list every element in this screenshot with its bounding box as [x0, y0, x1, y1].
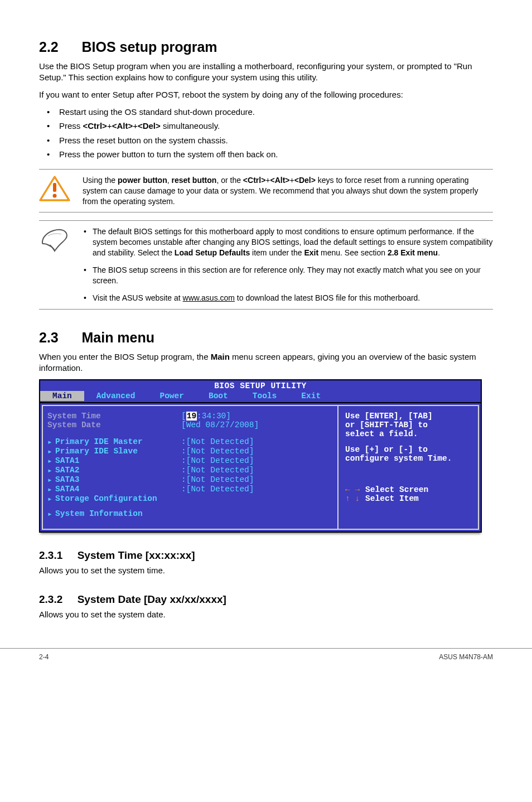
text: Using the	[83, 176, 118, 185]
list-item: Press <Ctrl>+<Alt>+<Del> simultaneously.	[39, 120, 493, 133]
product-name: ASUS M4N78-AM	[439, 653, 493, 661]
text: <Ctrl>	[243, 176, 265, 185]
system-time-label: System Time	[47, 412, 181, 421]
text: +	[107, 121, 112, 131]
section-title: BIOS setup program	[81, 39, 217, 55]
tab-advanced: Advanced	[84, 391, 148, 401]
subsection-number: 2.3.2	[39, 593, 62, 605]
text: Select Item	[365, 494, 419, 503]
sata2-label: SATA2	[55, 466, 181, 475]
subsection-number: 2.3.1	[39, 549, 62, 561]
section-number: 2.2	[39, 39, 59, 55]
tab-boot: Boot	[196, 391, 240, 401]
system-date-value: [Wed 08/27/2008]	[181, 421, 259, 429]
storage-config-label: Storage Configuration	[55, 494, 181, 504]
subsection-heading: 2.3.1 System Time [xx:xx:xx]	[39, 549, 493, 562]
section-number: 2.3	[39, 330, 59, 345]
section-title: Main menu	[81, 330, 154, 345]
sata1-label: SATA1	[55, 456, 181, 466]
text: to download the latest BIOS file for thi…	[235, 293, 420, 302]
text: +	[265, 176, 270, 185]
text: .	[438, 248, 440, 257]
bios-main-panel: System Time [19:34:30] System Date [Wed …	[42, 405, 338, 530]
submenu-arrow-icon: ▸	[47, 466, 55, 475]
sata4-label: SATA4	[55, 485, 181, 494]
paragraph: Allows you to set the system time.	[39, 565, 493, 576]
ide-master-value: :[Not Detected]	[181, 437, 254, 447]
text: simultaneously.	[161, 121, 220, 131]
text: 2.8 Exit menu	[388, 248, 438, 257]
list-item: The BIOS setup screens in this section a…	[83, 265, 493, 286]
help-text: Use [+] or [-] to	[345, 445, 472, 454]
paragraph: Allows you to set the system date.	[39, 609, 493, 620]
text: +	[133, 121, 138, 131]
text: When you enter the BIOS Setup program, t…	[39, 352, 211, 361]
warning-text: Using the power button, reset button, or…	[83, 170, 493, 212]
bios-screenshot: BIOS SETUP UTILITY Main Advanced Power B…	[39, 379, 482, 533]
list-item: Restart using the OS standard shut-down …	[39, 106, 493, 119]
section-heading: 2.2 BIOS setup program	[39, 39, 493, 55]
submenu-arrow-icon: ▸	[47, 475, 55, 485]
submenu-arrow-icon: ▸	[47, 485, 55, 494]
help-text: select a field.	[345, 429, 472, 438]
submenu-arrow-icon: ▸	[47, 494, 55, 504]
text: :34:30]	[197, 412, 231, 421]
text: [	[181, 412, 186, 421]
arrow-lr-icon: ← →	[345, 485, 360, 494]
sata2-value: :[Not Detected]	[181, 466, 254, 475]
ide-master-label: Primary IDE Master	[55, 437, 181, 447]
paragraph: If you want to enter Setup after POST, r…	[39, 89, 493, 100]
note-callout: The default BIOS settings for this mothe…	[39, 220, 493, 309]
sata3-label: SATA3	[55, 475, 181, 485]
bios-tabs: Main Advanced Power Boot Tools Exit	[40, 391, 481, 402]
bios-title: BIOS SETUP UTILITY	[40, 380, 481, 391]
text: Exit	[304, 248, 318, 257]
svg-rect-2	[53, 183, 56, 192]
help-text: configure system Time.	[345, 454, 472, 463]
submenu-arrow-icon: ▸	[47, 509, 55, 519]
tab-main: Main	[40, 391, 84, 401]
submenu-arrow-icon: ▸	[47, 447, 55, 456]
submenu-arrow-icon: ▸	[47, 456, 55, 466]
svg-point-3	[53, 194, 57, 197]
subsection-title: System Date [Day xx/xx/xxxx]	[78, 593, 226, 605]
paragraph: When you enter the BIOS Setup program, t…	[39, 351, 493, 374]
text: , or the	[216, 176, 243, 185]
bios-help-panel: Use [ENTER], [TAB] or [SHIFT-TAB] to sel…	[338, 405, 479, 530]
warning-callout: Using the power button, reset button, or…	[39, 169, 493, 213]
arrow-ud-icon: ↑ ↓	[345, 494, 360, 503]
system-info-label: System Information	[55, 509, 181, 519]
sata3-value: :[Not Detected]	[181, 475, 254, 485]
note-icon	[39, 221, 83, 259]
tab-exit: Exit	[289, 391, 333, 401]
system-time-value: [19:34:30]	[181, 412, 231, 421]
help-text: or [SHIFT-TAB] to	[345, 421, 472, 429]
subsection-title: System Time [xx:xx:xx]	[78, 549, 195, 561]
subsection-heading: 2.3.2 System Date [Day xx/xx/xxxx]	[39, 593, 493, 606]
list-item: The default BIOS settings for this mothe…	[83, 226, 493, 258]
key: <Ctrl>	[83, 121, 107, 131]
list-item: Press the power button to turn the syste…	[39, 148, 493, 161]
key-hint: ← →Select Screen	[345, 485, 472, 494]
text: Visit the ASUS website at	[93, 293, 183, 302]
list-item: Visit the ASUS website at www.asus.com t…	[83, 293, 493, 303]
key: <Alt>	[112, 121, 133, 131]
list-item: Press the reset button on the system cha…	[39, 134, 493, 147]
note-text: The default BIOS settings for this mothe…	[83, 221, 493, 308]
key-hint: ↑ ↓Select Item	[345, 494, 472, 503]
section-heading: 2.3 Main menu	[39, 330, 493, 346]
sata1-value: :[Not Detected]	[181, 456, 254, 466]
submenu-arrow-icon: ▸	[47, 437, 55, 447]
system-date-label: System Date	[47, 421, 181, 429]
text: reset button	[171, 176, 216, 185]
tab-power: Power	[147, 391, 196, 401]
text: <Del>	[294, 176, 316, 185]
help-text: Use [ENTER], [TAB]	[345, 412, 472, 421]
text: Main	[211, 352, 230, 361]
highlighted-hour: 19	[186, 412, 197, 421]
link-text: www.asus.com	[183, 293, 235, 302]
text: +	[290, 176, 294, 185]
ide-slave-value: :[Not Detected]	[181, 447, 254, 456]
warning-icon	[39, 170, 83, 207]
page-footer: 2-4 ASUS M4N78-AM	[0, 648, 532, 678]
